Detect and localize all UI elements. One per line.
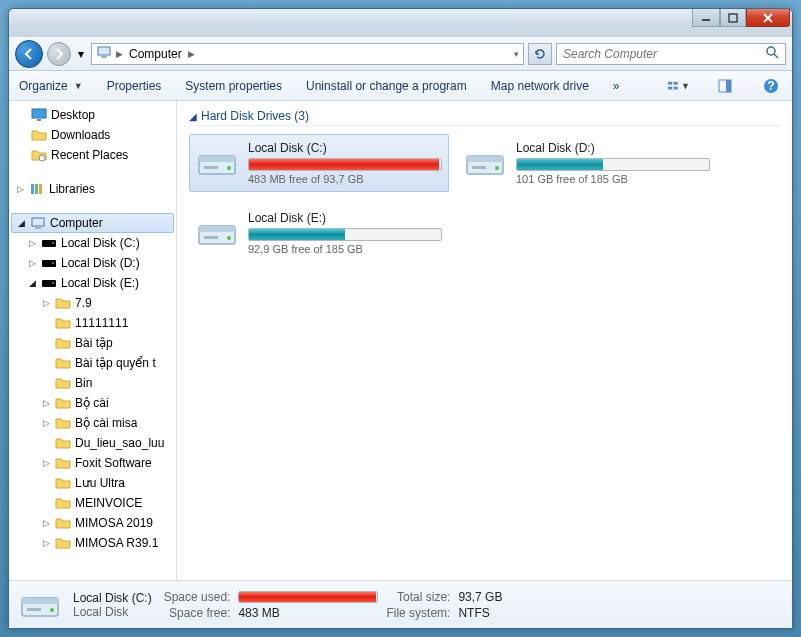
drive-free-text: 483 MB free of 93,7 GB <box>248 173 442 185</box>
tree-disk-e[interactable]: ◢Local Disk (E:) <box>9 273 176 293</box>
tree-downloads[interactable]: Downloads <box>9 125 176 145</box>
svg-line-7 <box>774 54 778 58</box>
close-button[interactable] <box>746 9 790 27</box>
expand-icon[interactable]: ▷ <box>27 238 37 248</box>
svg-point-44 <box>50 608 54 612</box>
status-label-total-size: Total size: <box>386 590 450 604</box>
folder-icon <box>55 475 71 491</box>
tree-folder[interactable]: ▷Bộ cài <box>9 393 176 413</box>
tree-disk-c[interactable]: ▷Local Disk (C:) <box>9 233 176 253</box>
svg-rect-23 <box>35 227 41 229</box>
expand-icon[interactable]: ▷ <box>41 298 51 308</box>
breadcrumb-arrow[interactable]: ▶ <box>116 49 123 59</box>
drive-name: Local Disk (E:) <box>248 211 442 225</box>
svg-rect-20 <box>35 184 38 194</box>
tree-folder[interactable]: ▷MIMOSA 2019 <box>9 513 176 533</box>
back-button[interactable] <box>15 40 43 68</box>
toolbar-overflow[interactable]: » <box>613 79 620 93</box>
expand-icon[interactable]: ▷ <box>41 518 51 528</box>
search-icon <box>765 45 779 62</box>
minimize-button[interactable] <box>692 9 720 27</box>
desktop-icon <box>31 107 47 123</box>
view-options-button[interactable]: ▼ <box>668 75 690 97</box>
folder-icon <box>55 495 71 511</box>
expand-icon[interactable]: ▷ <box>41 458 51 468</box>
search-box[interactable] <box>556 43 786 65</box>
tree-libraries[interactable]: ▷Libraries <box>9 179 176 199</box>
svg-rect-19 <box>31 184 34 194</box>
drive-item-e[interactable]: Local Disk (E:) 92,9 GB free of 185 GB <box>189 204 449 262</box>
status-label-fs: File system: <box>386 606 450 620</box>
hdd-icon <box>41 275 57 291</box>
tree-folder[interactable]: ▷Bộ cài misa <box>9 413 176 433</box>
drive-item-d[interactable]: Local Disk (D:) 101 GB free of 185 GB <box>457 134 717 192</box>
refresh-button[interactable] <box>528 43 552 65</box>
tree-recent-places[interactable]: Recent Places <box>9 145 176 165</box>
svg-rect-17 <box>37 119 41 121</box>
tree-folder[interactable]: ▷MIMOSA R39.1 <box>9 533 176 553</box>
tree-folder[interactable]: 11111111 <box>9 313 176 333</box>
drive-item-c[interactable]: Local Disk (C:) 483 MB free of 93,7 GB <box>189 134 449 192</box>
address-dropdown-icon[interactable]: ▾ <box>514 49 519 59</box>
tree-desktop[interactable]: Desktop <box>9 105 176 125</box>
tree-folder[interactable]: Bài tập <box>9 333 176 353</box>
tree-folder[interactable]: Lưu Ultra <box>9 473 176 493</box>
svg-rect-37 <box>472 166 486 169</box>
collapse-icon[interactable]: ◢ <box>27 278 37 288</box>
status-usage-bar <box>238 591 378 603</box>
svg-rect-5 <box>101 56 107 58</box>
forward-button[interactable] <box>47 42 71 66</box>
svg-rect-4 <box>98 47 110 55</box>
breadcrumb-arrow[interactable]: ▶ <box>188 49 195 59</box>
svg-rect-39 <box>199 226 235 232</box>
tree-folder[interactable]: MEINVOICE <box>9 493 176 513</box>
collapse-icon[interactable]: ◢ <box>16 218 26 228</box>
tree-folder[interactable]: ▷Foxit Software <box>9 453 176 473</box>
map-network-drive-button[interactable]: Map network drive <box>491 79 589 93</box>
svg-point-36 <box>495 166 499 170</box>
help-button[interactable]: ? <box>760 75 782 97</box>
address-bar[interactable]: ▶ Computer ▶ ▾ <box>91 43 524 65</box>
tree-folder[interactable]: Bài tập quyển t <box>9 353 176 373</box>
group-header-hdd[interactable]: ◢ Hard Disk Drives (3) <box>189 109 780 126</box>
drive-free-text: 101 GB free of 185 GB <box>516 173 710 185</box>
properties-button[interactable]: Properties <box>107 79 162 93</box>
folder-icon <box>55 455 71 471</box>
svg-rect-45 <box>27 608 41 611</box>
breadcrumb-computer[interactable]: Computer <box>127 47 184 61</box>
svg-rect-10 <box>668 86 672 89</box>
folder-icon <box>55 515 71 531</box>
expand-icon[interactable]: ▷ <box>27 258 37 268</box>
expand-icon[interactable]: ▷ <box>41 418 51 428</box>
folder-icon <box>55 375 71 391</box>
tree-folder[interactable]: ▷7.9 <box>9 293 176 313</box>
titlebar <box>9 9 792 37</box>
folder-icon <box>55 355 71 371</box>
toolbar: Organize▼ Properties System properties U… <box>9 71 792 101</box>
svg-rect-9 <box>674 81 678 84</box>
tree-disk-d[interactable]: ▷Local Disk (D:) <box>9 253 176 273</box>
drive-usage-bar <box>248 228 442 241</box>
navbar: ▾ ▶ Computer ▶ ▾ <box>9 37 792 71</box>
content-area: ◢ Hard Disk Drives (3) Local Disk (C:) 4… <box>177 101 792 580</box>
expand-icon[interactable]: ▷ <box>15 184 25 194</box>
expand-icon[interactable]: ▷ <box>41 538 51 548</box>
tree-folder[interactable]: Bin <box>9 373 176 393</box>
maximize-button[interactable] <box>720 9 746 27</box>
preview-pane-button[interactable] <box>714 75 736 97</box>
svg-rect-35 <box>467 156 503 162</box>
uninstall-program-button[interactable]: Uninstall or change a program <box>306 79 467 93</box>
svg-point-18 <box>39 155 45 161</box>
expand-icon[interactable]: ▷ <box>41 398 51 408</box>
search-input[interactable] <box>563 47 765 61</box>
hdd-icon <box>196 142 238 184</box>
tree-computer[interactable]: ◢Computer <box>11 213 174 233</box>
svg-point-32 <box>227 166 231 170</box>
system-properties-button[interactable]: System properties <box>185 79 282 93</box>
folder-icon <box>55 415 71 431</box>
nav-history-dropdown[interactable]: ▾ <box>75 44 87 64</box>
svg-rect-22 <box>32 218 44 226</box>
organize-menu[interactable]: Organize▼ <box>19 79 83 93</box>
folder-icon <box>31 127 47 143</box>
tree-folder[interactable]: Du_lieu_sao_luu <box>9 433 176 453</box>
